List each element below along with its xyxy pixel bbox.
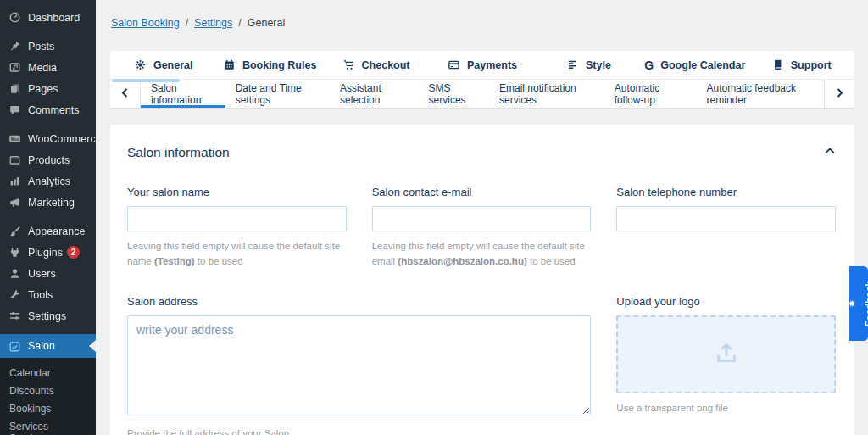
style-lines-icon	[566, 59, 579, 71]
subtab-assistant-selection[interactable]: Assistant selection	[330, 80, 419, 108]
telephone-label: Salon telephone number	[616, 186, 836, 198]
pages-icon	[8, 82, 21, 96]
subtab-automatic-follow-up[interactable]: Automatic follow-up	[604, 80, 697, 108]
sidebar-item-posts[interactable]: Posts	[0, 36, 96, 57]
breadcrumb-separator: /	[186, 17, 188, 29]
cart-icon	[342, 59, 355, 71]
contact-email-label: Salon contact e-mail	[372, 186, 592, 198]
contact-email-input[interactable]	[372, 206, 592, 231]
main-tabs: General Booking Rules Checkout Payments …	[110, 51, 854, 79]
upload-logo-help: Use a transparent png file	[616, 401, 836, 416]
submenu-item-bookings[interactable]: Bookings	[0, 399, 96, 417]
tab-support[interactable]: Support	[748, 51, 854, 79]
upload-icon	[714, 340, 739, 369]
logo-dropzone[interactable]	[616, 315, 836, 393]
media-icon	[8, 61, 21, 75]
sidebar-item-analytics[interactable]: Analytics	[0, 170, 96, 192]
submenu-item-calendar[interactable]: Calendar	[0, 364, 96, 382]
dashboard-icon	[8, 11, 21, 25]
megaphone-icon	[8, 196, 21, 209]
svg-text:Woo: Woo	[10, 137, 19, 142]
breadcrumb-separator: /	[238, 17, 241, 29]
calendar-icon	[223, 59, 236, 71]
sidebar-item-salon[interactable]: Salon	[0, 334, 96, 358]
subtab-automatic-feedback-reminder[interactable]: Automatic feedback reminder	[697, 80, 824, 108]
sidebar-item-tools[interactable]: Tools	[0, 284, 96, 305]
sub-tabs-bar: Salon information Date and Time settings…	[110, 79, 854, 108]
tab-style[interactable]: Style	[536, 51, 642, 79]
salon-address-label: Salon address	[127, 295, 591, 308]
settings-tabs-card: General Booking Rules Checkout Payments …	[110, 51, 854, 108]
subtab-sms-services[interactable]: SMS services	[419, 80, 489, 108]
box-icon	[8, 153, 21, 167]
sidebar-item-appearance[interactable]: Appearance	[0, 220, 96, 242]
comment-icon	[8, 103, 21, 117]
tab-google-calendar[interactable]: G Google Calendar	[642, 51, 748, 79]
subtab-date-time-settings[interactable]: Date and Time settings	[225, 80, 330, 108]
feedback-button[interactable]: Feedback	[849, 266, 868, 341]
breadcrumb-link-salon-booking[interactable]: Salon Booking	[111, 17, 180, 29]
sidebar-item-users[interactable]: Users	[0, 263, 96, 284]
panel-title: Salon information	[127, 145, 230, 160]
wrench-icon	[8, 288, 21, 302]
chevron-right-icon	[834, 86, 845, 102]
salon-address-textarea[interactable]	[127, 315, 591, 415]
subtabs-scroll-right-button[interactable]	[824, 80, 854, 108]
gear-icon	[134, 59, 147, 71]
pin-icon	[8, 40, 21, 53]
telephone-input[interactable]	[616, 206, 836, 231]
subtab-email-notification-services[interactable]: Email notification services	[489, 80, 604, 108]
bar-chart-icon	[8, 175, 21, 188]
chevron-up-icon	[824, 145, 836, 160]
sliders-icon	[8, 310, 21, 323]
book-icon	[771, 59, 784, 71]
subtab-salon-information[interactable]: Salon information	[141, 80, 225, 108]
main-content: Salon Booking / Settings / General Gener…	[96, 0, 868, 435]
admin-sidebar: Dashboard Posts Media Pages Comments Woo…	[0, 0, 96, 435]
sidebar-item-pages[interactable]: Pages	[0, 78, 96, 99]
salon-address-help: Provide the full address of your Salon	[127, 427, 591, 435]
sidebar-item-media[interactable]: Media	[0, 57, 96, 78]
sidebar-item-woocommerce[interactable]: Woo WooCommerce	[0, 128, 96, 149]
chevron-left-icon	[120, 86, 131, 102]
tab-general[interactable]: General	[110, 51, 216, 79]
credit-card-icon	[448, 59, 460, 71]
user-icon	[8, 267, 21, 281]
bug-icon	[843, 298, 859, 309]
sidebar-item-dashboard[interactable]: Dashboard	[0, 7, 96, 28]
google-g-icon: G	[644, 59, 654, 72]
sidebar-item-comments[interactable]: Comments	[0, 99, 96, 120]
upload-logo-label: Upload your logo	[616, 295, 836, 308]
field-telephone: Salon telephone number	[616, 186, 836, 270]
salon-name-label: Your salon name	[127, 186, 347, 198]
salon-name-help: Leaving this field empty will cause the …	[127, 239, 347, 270]
field-contact-email: Salon contact e-mail Leaving this field …	[372, 186, 592, 270]
sidebar-item-marketing[interactable]: Marketing	[0, 192, 96, 213]
salon-submenu: Calendar Discounts Bookings Services Ser…	[0, 358, 96, 435]
breadcrumb: Salon Booking / Settings / General	[96, 0, 868, 29]
subtabs-scroll-left-button[interactable]	[110, 80, 141, 108]
breadcrumb-link-settings[interactable]: Settings	[194, 17, 232, 29]
salon-name-input[interactable]	[127, 206, 347, 231]
sidebar-item-settings[interactable]: Settings	[0, 305, 96, 326]
sidebar-item-plugins[interactable]: Plugins 2	[0, 242, 96, 263]
salon-calendar-icon	[8, 339, 21, 353]
collapse-panel-button[interactable]	[824, 145, 836, 160]
sidebar-item-products[interactable]: Products	[0, 149, 96, 170]
submenu-item-discounts[interactable]: Discounts	[0, 382, 96, 399]
plugins-count-badge: 2	[67, 246, 80, 259]
plug-icon	[8, 246, 21, 259]
field-salon-name: Your salon name Leaving this field empty…	[127, 186, 347, 270]
tab-checkout[interactable]: Checkout	[323, 51, 429, 79]
field-salon-address: Salon address Provide the full address o…	[127, 295, 591, 435]
current-item-arrow	[89, 340, 96, 352]
woocommerce-icon: Woo	[8, 132, 21, 146]
salon-information-panel: Salon information Your salon name Leavin…	[110, 125, 854, 435]
breadcrumb-current: General	[248, 17, 285, 29]
contact-email-help: Leaving this field empty will cause the …	[372, 239, 592, 270]
field-upload-logo: Upload your logo Use a transparent png f…	[616, 295, 836, 435]
brush-icon	[8, 225, 21, 238]
tab-booking-rules[interactable]: Booking Rules	[216, 51, 322, 79]
tab-payments[interactable]: Payments	[429, 51, 535, 79]
